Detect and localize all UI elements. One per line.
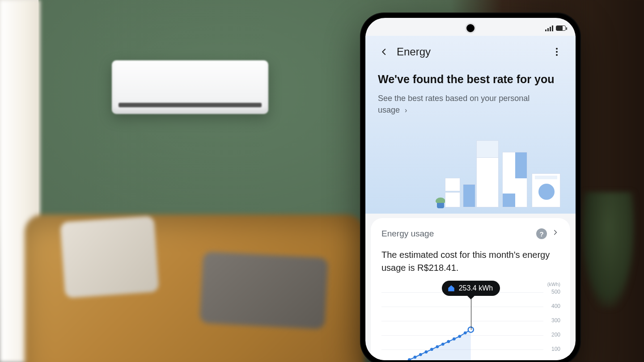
svg-point-11 bbox=[441, 343, 445, 346]
washer-icon bbox=[532, 173, 560, 207]
more-vertical-icon bbox=[556, 48, 558, 50]
y-tick-400: 400 bbox=[551, 303, 560, 309]
appliance-mid-icon bbox=[463, 184, 475, 207]
fridge-tall-icon bbox=[476, 140, 499, 207]
page-title: Energy bbox=[397, 46, 544, 58]
svg-point-13 bbox=[453, 337, 456, 341]
more-button[interactable] bbox=[551, 46, 563, 57]
y-tick-200: 200 bbox=[551, 332, 560, 338]
hero-subtitle-text: See the best rates based on your persona… bbox=[378, 94, 530, 114]
card-header: Energy usage ? bbox=[381, 228, 559, 240]
y-tick-300: 300 bbox=[551, 317, 560, 324]
y-axis-unit: (kWh) bbox=[547, 282, 560, 287]
hero-heading: We've found the best rate for you bbox=[378, 72, 563, 86]
svg-point-14 bbox=[458, 335, 461, 338]
svg-point-12 bbox=[447, 340, 450, 343]
hero-card: Energy We've found the best rate for you… bbox=[365, 36, 576, 214]
svg-point-10 bbox=[436, 345, 439, 348]
svg-point-6 bbox=[413, 356, 416, 359]
appliance-small-top-icon bbox=[445, 178, 460, 191]
tooltip-value: 253.4 kWh bbox=[459, 284, 493, 292]
cost-text-prefix: The estimated cost for this month's ener… bbox=[381, 250, 550, 273]
svg-point-5 bbox=[408, 358, 411, 360]
throw-blanket bbox=[199, 252, 328, 329]
card-title: Energy usage bbox=[381, 229, 532, 239]
help-icon[interactable]: ? bbox=[536, 228, 547, 239]
plant bbox=[581, 192, 635, 308]
svg-point-8 bbox=[424, 350, 428, 354]
battery-icon bbox=[556, 25, 566, 31]
fridge-icon bbox=[502, 152, 527, 207]
y-tick-100: 100 bbox=[551, 346, 560, 352]
app-header: Energy bbox=[378, 43, 563, 61]
appliance-small-icon bbox=[445, 192, 460, 207]
chart-highlight-line bbox=[471, 299, 471, 330]
y-tick-500: 500 bbox=[551, 289, 560, 295]
signal-icon bbox=[545, 25, 553, 31]
cost-text-suffix: . bbox=[456, 263, 459, 273]
svg-point-15 bbox=[464, 331, 467, 334]
card-body-text: The estimated cost for this month's ener… bbox=[381, 248, 559, 274]
svg-point-7 bbox=[419, 353, 422, 356]
svg-point-9 bbox=[430, 348, 433, 351]
appliances-illustration bbox=[437, 126, 571, 211]
app-screen: Energy We've found the best rate for you… bbox=[365, 18, 576, 360]
air-conditioner bbox=[112, 60, 268, 114]
back-button[interactable] bbox=[378, 46, 390, 58]
pillow bbox=[60, 216, 159, 298]
home-icon bbox=[447, 284, 455, 292]
chart-plot-area bbox=[381, 287, 543, 360]
chevron-left-icon bbox=[380, 48, 388, 56]
hero-subtitle-link[interactable]: See the best rates based on your persona… bbox=[378, 93, 539, 116]
cost-value: R$218.41 bbox=[417, 263, 456, 273]
camera-punch-hole bbox=[466, 24, 475, 32]
usage-chart[interactable]: 253.4 kWh (kWh) 500 400 300 200 100 000 bbox=[381, 283, 559, 360]
chart-tooltip: 253.4 kWh bbox=[442, 281, 500, 296]
chevron-right-icon: › bbox=[405, 106, 407, 114]
phone-screen-surface: Energy We've found the best rate for you… bbox=[365, 18, 576, 360]
chevron-right-icon[interactable] bbox=[551, 228, 559, 240]
energy-usage-card[interactable]: Energy usage ? The estimated cost for th… bbox=[371, 218, 570, 360]
phone-frame: Energy We've found the best rate for you… bbox=[360, 13, 581, 362]
